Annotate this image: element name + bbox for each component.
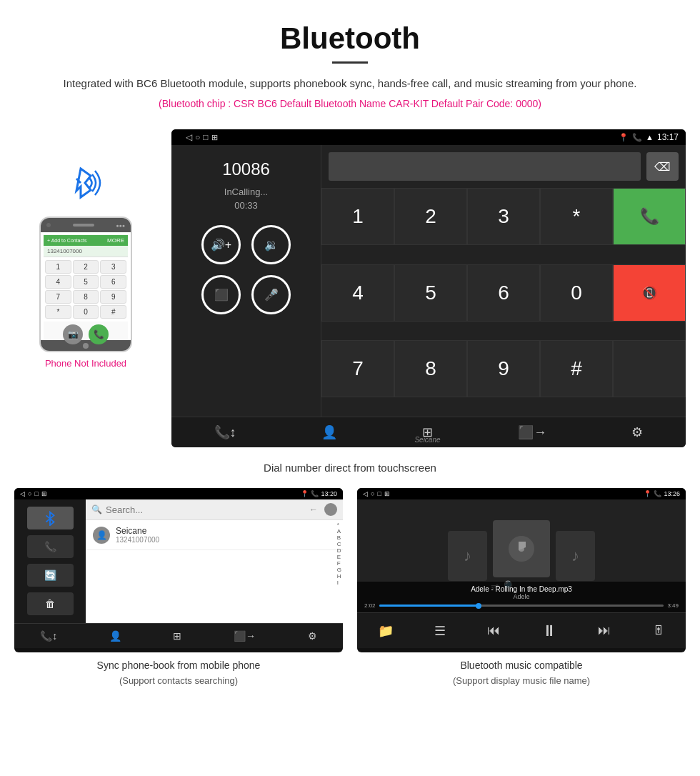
mic-button[interactable]: 🎤 bbox=[251, 275, 291, 314]
location-icon: 📍 bbox=[619, 133, 629, 142]
phone-key-1[interactable]: 1 bbox=[45, 260, 71, 274]
phone-key-3[interactable]: 3 bbox=[100, 260, 126, 274]
call-green-button[interactable]: 📞 bbox=[613, 188, 686, 245]
pb-nav-icons: ◁ ○ □ ⊞ bbox=[20, 490, 47, 497]
num-key-1[interactable]: 1 bbox=[321, 188, 394, 245]
pb-nav-dialpad[interactable]: ⊞ bbox=[173, 630, 181, 642]
pb-caption-sub: (Support contacts searching) bbox=[119, 675, 238, 686]
specs-line: (Bluetooth chip : CSR BC6 Default Blueto… bbox=[14, 98, 686, 109]
alpha-g: G bbox=[337, 567, 341, 573]
nav-transfer[interactable]: ⬛→ bbox=[518, 424, 546, 440]
alpha-h: H bbox=[337, 573, 341, 579]
music-folder-btn[interactable]: 📁 bbox=[378, 623, 394, 639]
nav-calls[interactable]: 📞↕ bbox=[214, 424, 236, 440]
nav-contacts[interactable]: 👤 bbox=[321, 424, 337, 440]
status-time: 13:17 bbox=[657, 132, 679, 142]
num-key-hash[interactable]: # bbox=[540, 340, 613, 397]
alpha-a: A bbox=[337, 528, 341, 534]
bt-shape bbox=[76, 169, 91, 197]
phone-key-7[interactable]: 7 bbox=[45, 290, 71, 304]
pb-sync-sidebar-btn[interactable]: 🔄 bbox=[27, 564, 74, 587]
num-key-6[interactable]: 6 bbox=[467, 264, 540, 322]
number-display-field[interactable] bbox=[329, 152, 641, 181]
music-total-time: 3:49 bbox=[667, 602, 679, 609]
dialer-right-panel: ⌫ 1 2 3 * 📞 4 5 6 0 📵 7 8 bbox=[321, 145, 686, 417]
num-key-0[interactable]: 0 bbox=[540, 264, 613, 322]
dialer-left-panel: 10086 InCalling... 00:33 🔊+ 🔉 ⬛ 🎤 bbox=[171, 145, 321, 417]
transfer-button[interactable]: ⬛ bbox=[201, 275, 241, 314]
num-key-8[interactable]: 8 bbox=[394, 340, 467, 397]
pb-nav-contacts[interactable]: 👤 bbox=[109, 630, 121, 642]
page-header: Bluetooth Integrated with BC6 Bluetooth … bbox=[0, 0, 700, 129]
music-prev-btn[interactable]: ⏮ bbox=[487, 623, 500, 638]
phone-key-4[interactable]: 4 bbox=[45, 275, 71, 289]
pb-call-icon: 📞 bbox=[311, 490, 319, 497]
num-key-4[interactable]: 4 bbox=[321, 264, 394, 322]
music-progress-row: 2:02 3:49 bbox=[364, 602, 679, 609]
pb-delete-sidebar-btn[interactable]: 🗑 bbox=[27, 592, 74, 615]
phone-mockup: ●●● + Add to Contacts MORE 13241007000 1… bbox=[39, 217, 132, 352]
music-play-btn[interactable]: ⏸ bbox=[541, 622, 557, 640]
call-status: InCalling... bbox=[224, 186, 268, 197]
settings-icon: ⚙ bbox=[631, 424, 643, 440]
nav-dialpad[interactable]: ⊞ Seicane bbox=[422, 424, 433, 440]
phone-video-btn[interactable]: 📷 bbox=[63, 324, 83, 344]
pb-nav-transfer[interactable]: ⬛→ bbox=[234, 630, 256, 642]
phone-key-0[interactable]: 0 bbox=[73, 305, 99, 319]
music-next-btn[interactable]: ⏭ bbox=[598, 623, 611, 638]
phone-add-contact: + Add to Contacts bbox=[47, 238, 86, 243]
pb-call-sidebar-btn[interactable]: 📞 bbox=[27, 535, 74, 558]
pb-contact-row[interactable]: 👤 Seicane 13241007000 bbox=[86, 520, 343, 550]
pb-location-icon: 📍 bbox=[301, 490, 309, 497]
album-center: ⇌ 🔍 bbox=[487, 520, 556, 592]
caller-number: 10086 bbox=[222, 159, 270, 179]
pb-status-icons: 📍 📞 13:20 bbox=[301, 490, 337, 497]
num-key-2[interactable]: 2 bbox=[394, 188, 467, 245]
pb-caption-main: Sync phone-book from mobile phone bbox=[97, 660, 261, 671]
car-dialer-screen: ◁ ○ □ ⊞ 📍 📞 ▲ 13:17 10086 InCalling... bbox=[171, 129, 686, 447]
num-key-star[interactable]: * bbox=[540, 188, 613, 245]
music-status-bar: ◁ ○ □ ⊞ 📍 📞 13:26 bbox=[357, 488, 686, 499]
phone-call-btn[interactable]: 📞 bbox=[89, 324, 109, 344]
numpad: 1 2 3 * 📞 4 5 6 0 📵 7 8 9 # bbox=[321, 188, 686, 417]
phone-key-9[interactable]: 9 bbox=[100, 290, 126, 304]
music-playlist-btn[interactable]: ☰ bbox=[434, 623, 446, 639]
music-caption-sub: (Support display music file name) bbox=[453, 675, 590, 686]
call-timer: 00:33 bbox=[234, 200, 258, 211]
phone-key-6[interactable]: 6 bbox=[100, 275, 126, 289]
pb-nav-settings[interactable]: ⚙ bbox=[308, 630, 317, 642]
num-key-9[interactable]: 9 bbox=[467, 340, 540, 397]
nav-settings[interactable]: ⚙ bbox=[631, 424, 643, 440]
music-screenshot-block: ◁ ○ □ ⊞ 📍 📞 13:26 ♪ bbox=[357, 488, 686, 688]
home-icon: ○ bbox=[195, 132, 200, 142]
phone-key-8[interactable]: 8 bbox=[73, 290, 99, 304]
pb-nav-calls[interactable]: 📞↕ bbox=[40, 630, 57, 642]
music-recents-icon: □ bbox=[377, 490, 381, 497]
backspace-button[interactable]: ⌫ bbox=[646, 152, 679, 181]
phone-key-2[interactable]: 2 bbox=[73, 260, 99, 274]
pb-search-input[interactable] bbox=[106, 504, 306, 515]
phone-key-star[interactable]: * bbox=[45, 305, 71, 319]
back-icon: ◁ bbox=[186, 132, 192, 142]
album-art-right: ♪ bbox=[556, 531, 595, 581]
music-progress-bar[interactable] bbox=[379, 605, 664, 607]
music-screen-body: ♪ ⇌ 🔍 ♪ bbox=[357, 499, 686, 612]
pb-back-arrow[interactable]: ← bbox=[309, 504, 318, 514]
music-song-title: Adele - Rolling In the Deep.mp3 bbox=[364, 585, 679, 593]
phone-screen: + Add to Contacts MORE 13241007000 1 2 3… bbox=[41, 232, 131, 340]
num-key-3[interactable]: 3 bbox=[467, 188, 540, 245]
num-key-7[interactable]: 7 bbox=[321, 340, 394, 397]
pb-screen-body: 📞 🔄 🗑 🔍 ← 👤 bbox=[14, 499, 343, 623]
phone-key-hash[interactable]: # bbox=[100, 305, 126, 319]
calls-icon: 📞↕ bbox=[214, 424, 236, 440]
recents-icon: □ bbox=[203, 132, 208, 142]
phonebook-screenshot-block: ◁ ○ □ ⊞ 📍 📞 13:20 bbox=[14, 488, 343, 688]
phone-key-5[interactable]: 5 bbox=[73, 275, 99, 289]
call-end-button[interactable]: 📵 bbox=[613, 264, 686, 322]
music-eq-btn[interactable]: 🎚 bbox=[652, 623, 665, 638]
volume-down-button[interactable]: 🔉 bbox=[251, 225, 291, 264]
bluetooth-icon-wrapper bbox=[61, 158, 111, 208]
num-key-5[interactable]: 5 bbox=[394, 264, 467, 322]
title-underline bbox=[332, 61, 368, 64]
volume-up-button[interactable]: 🔊+ bbox=[201, 225, 241, 264]
